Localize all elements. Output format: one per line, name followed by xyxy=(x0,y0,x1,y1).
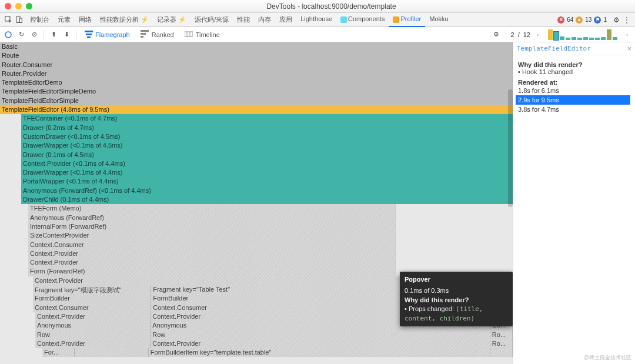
flame-bar[interactable]: FormBuilder xyxy=(33,294,151,303)
minimize-icon[interactable] xyxy=(15,3,22,9)
flame-bar[interactable]: DrawerWrapper (<0.1ms of 4.5ms) xyxy=(21,141,513,150)
reload-button[interactable]: ↻ xyxy=(16,30,26,39)
flame-bar[interactable]: SizeContextProvider xyxy=(28,231,396,240)
flame-bar[interactable]: TFEContainer (<0.1ms of 4.7ms) xyxy=(21,114,513,123)
flame-bar[interactable] xyxy=(75,348,149,357)
tab-ranked[interactable]: Ranked xyxy=(137,28,178,41)
flame-bar[interactable]: Router.Consumer xyxy=(0,61,513,69)
flame-bar[interactable]: Basic xyxy=(0,42,513,51)
flame-bar[interactable]: Context.Consumer xyxy=(33,303,151,312)
devtools-tab[interactable]: 记录器 ⚡ xyxy=(153,13,190,26)
render-commit-item[interactable]: 2.9s for 9.5ms xyxy=(516,95,630,105)
flame-bar[interactable]: CustomDrawer (<0.1ms of 4.5ms) xyxy=(21,132,513,141)
device-icon[interactable] xyxy=(14,13,24,27)
prev-commit-button[interactable]: ← xyxy=(534,31,544,39)
flame-bar[interactable]: Fragment key="模版字段测试" xyxy=(33,285,151,294)
flame-bar[interactable]: Router.Provider xyxy=(0,69,513,78)
commit-bar[interactable] xyxy=(577,38,582,40)
devtools-tab[interactable]: 应用 xyxy=(275,13,296,26)
flame-bar[interactable]: Row xyxy=(35,330,151,339)
flame-bar[interactable]: Ro... xyxy=(490,339,513,348)
flame-row[interactable]: TemplateFieldEditor (4.8ms of 9.5ms) xyxy=(0,105,513,114)
flame-bar[interactable]: DrawerWrapper (<0.1ms of 4.4ms) xyxy=(21,168,513,177)
flame-row[interactable]: DrawerChild (0.1ms of 4.4ms) xyxy=(0,195,513,204)
flame-bar[interactable]: Context.Provider (<0.1ms of 4.4ms) xyxy=(21,159,513,168)
flame-bar[interactable]: Anonymous (ForwardRef) xyxy=(28,213,396,222)
clear-button[interactable]: ⊘ xyxy=(29,30,39,39)
commit-bar[interactable] xyxy=(607,29,611,40)
commit-bars[interactable] xyxy=(548,29,617,40)
commit-bar[interactable] xyxy=(583,37,588,40)
flame-bar[interactable]: Context.Provider xyxy=(151,339,490,348)
flame-bar[interactable]: Drawer (0.2ms of 4.7ms) xyxy=(21,123,513,132)
flame-row[interactable]: Context.ProviderContext.ProviderRo... xyxy=(0,339,513,348)
flame-row[interactable]: CustomDrawer (<0.1ms of 4.5ms) xyxy=(0,132,513,141)
flame-bar[interactable]: Row xyxy=(151,330,490,339)
download-button[interactable]: ⬇ xyxy=(62,30,71,39)
flame-bar[interactable]: Context.Provider xyxy=(28,258,396,267)
flame-bar[interactable]: Ro... xyxy=(490,330,513,339)
flame-bar[interactable]: Route xyxy=(0,51,513,60)
flame-bar[interactable]: TemplateFieldEditorSimpleDemo xyxy=(0,87,513,96)
flame-bar[interactable]: PortalWrapper (<0.1ms of 4.4ms) xyxy=(21,177,513,186)
devtools-tab[interactable]: 性能 xyxy=(233,13,254,26)
flame-row[interactable]: Context.Provider xyxy=(0,249,513,258)
render-commit-item[interactable]: 1.8s for 6.1ms xyxy=(516,86,630,95)
commit-bar[interactable] xyxy=(601,37,606,40)
commit-bar[interactable] xyxy=(613,37,617,40)
flame-row[interactable]: Anonymous (ForwardRef) (<0.1ms of 4.4ms) xyxy=(0,186,513,195)
record-button[interactable] xyxy=(4,30,13,39)
flame-row[interactable]: DrawerWrapper (<0.1ms of 4.4ms) xyxy=(0,168,513,177)
flamegraph-panel[interactable]: BasicRouteRouter.ConsumerRouter.Provider… xyxy=(0,42,513,364)
devtools-tab[interactable]: 源代码/来源 xyxy=(190,13,233,26)
flame-bar[interactable]: DrawerChild (0.1ms of 4.4ms) xyxy=(21,195,513,204)
next-commit-button[interactable]: → xyxy=(621,31,631,39)
flame-row[interactable]: TFEForm (Memo) xyxy=(0,204,513,213)
flame-row[interactable]: Router.Consumer xyxy=(0,61,513,69)
window-controls[interactable] xyxy=(5,3,32,9)
flame-row[interactable]: Drawer (0.1ms of 4.5ms) xyxy=(0,151,513,159)
commit-bar[interactable] xyxy=(554,32,559,40)
devtools-tab[interactable]: 网络 xyxy=(75,13,96,26)
flame-bar[interactable]: Context.Provider xyxy=(28,249,396,258)
commit-bar[interactable] xyxy=(572,37,576,40)
flame-row[interactable]: Router.Provider xyxy=(0,69,513,78)
flame-bar[interactable]: TemplateFieldEditorSimple xyxy=(0,96,513,105)
devtools-tab[interactable]: Components xyxy=(336,13,389,26)
flame-row[interactable]: Context.Consumer xyxy=(0,241,513,249)
flame-bar[interactable]: Anonymous (ForwardRef) (<0.1ms of 4.4ms) xyxy=(21,186,513,195)
flame-bar[interactable]: Context.Provider xyxy=(35,312,151,321)
flame-bar[interactable]: Anonymous xyxy=(35,321,151,330)
flame-row[interactable]: TemplateEditorDemo xyxy=(0,78,513,87)
flame-bar[interactable]: Form (ForwardRef) xyxy=(28,267,396,276)
inspect-icon[interactable] xyxy=(4,13,13,27)
flame-row[interactable]: For...FormBuilderItem key="template.test… xyxy=(0,348,513,357)
profiler-settings-icon[interactable]: ⚙ xyxy=(492,30,501,39)
scrollbar[interactable] xyxy=(508,89,513,207)
close-icon[interactable]: × xyxy=(627,44,631,53)
flame-bar[interactable]: FormBuilderItem key="template.test.table… xyxy=(149,348,490,357)
devtools-tab[interactable]: Lighthouse xyxy=(296,13,336,26)
tab-timeline[interactable]: Timeline xyxy=(181,28,223,41)
flame-bar[interactable]: For... xyxy=(42,348,75,357)
error-badges[interactable]: ✕64 ▲13 ⚑1 xyxy=(557,16,607,24)
upload-button[interactable]: ⬆ xyxy=(49,30,58,39)
flame-row[interactable]: Drawer (0.2ms of 4.7ms) xyxy=(0,123,513,132)
devtools-tab[interactable]: 元素 xyxy=(54,13,75,26)
flame-bar[interactable] xyxy=(490,348,513,357)
flame-row[interactable]: InternalForm (ForwardRef) xyxy=(0,222,513,231)
flame-bar[interactable]: Context.Provider xyxy=(33,276,400,285)
flame-row[interactable]: PortalWrapper (<0.1ms of 4.4ms) xyxy=(0,177,513,186)
flame-row[interactable]: Anonymous (ForwardRef) xyxy=(0,213,513,222)
flame-bar[interactable]: Context.Consumer xyxy=(28,241,396,249)
flame-row[interactable]: Context.Provider (<0.1ms of 4.4ms) xyxy=(0,159,513,168)
commit-bar[interactable] xyxy=(595,38,600,40)
flame-row[interactable]: Basic xyxy=(0,42,513,51)
flame-bar[interactable]: TFEForm (Memo) xyxy=(28,204,396,213)
devtools-tab[interactable]: 内存 xyxy=(254,13,275,26)
flame-row[interactable]: Route xyxy=(0,51,513,60)
flame-row[interactable]: RowRowRo... xyxy=(0,330,513,339)
flame-bar[interactable]: InternalForm (ForwardRef) xyxy=(28,222,396,231)
commit-bar[interactable] xyxy=(560,36,564,40)
kebab-icon[interactable]: ⋮ xyxy=(622,13,631,27)
